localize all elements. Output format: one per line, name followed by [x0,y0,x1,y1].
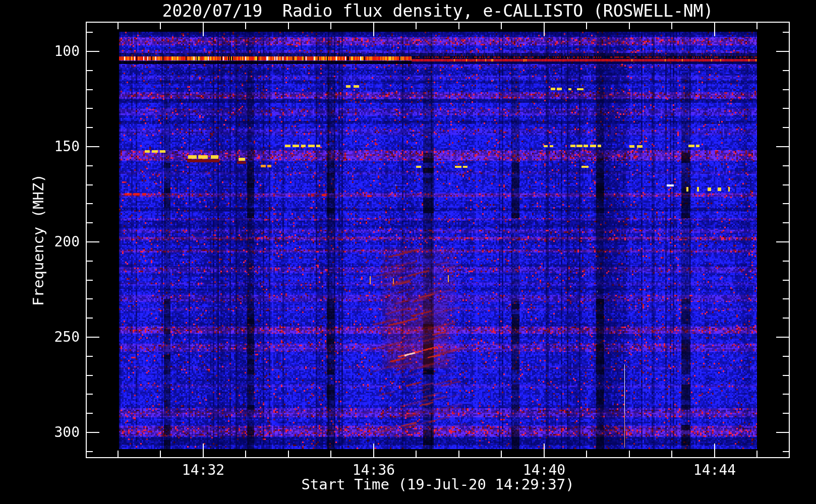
x-axis-title: Start Time (19-Jul-20 14:29:37) [86,476,789,493]
y-tick-label: 300 [43,424,80,440]
y-tick-label: 250 [43,329,80,345]
x-tick-label: 14:44 [679,462,750,478]
x-tick-label: 14:36 [338,462,409,478]
x-tick-label: 14:40 [509,462,579,478]
plot-title: 2020/07/19 Radio flux density, e-CALLIST… [86,1,789,21]
x-tick-label: 14:32 [168,462,239,478]
y-tick-label: 150 [43,138,80,155]
y-tick-label: 200 [43,233,80,250]
radio-spectrogram-figure: 2020/07/19 Radio flux density, e-CALLIST… [0,0,816,504]
y-tick-label: 100 [43,43,80,59]
axes-frame [0,0,816,504]
